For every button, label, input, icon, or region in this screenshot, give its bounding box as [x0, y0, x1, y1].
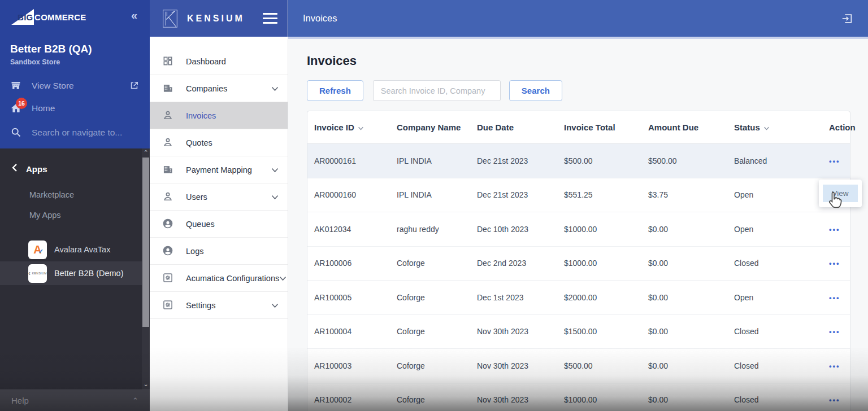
sidebar-item-quotes[interactable]: Quotes: [150, 129, 288, 156]
row-actions-button[interactable]: •••: [829, 157, 840, 165]
cell-invoice-id: AR100005: [307, 293, 390, 302]
table-row[interactable]: AR100006CoforgeDec 2nd 2023$1000.00$0.00…: [307, 247, 850, 281]
bigcommerce-logo-big: BIG: [18, 12, 33, 22]
sidebar-item-users[interactable]: Users: [150, 183, 288, 211]
sidebar-item-companies[interactable]: Companies: [150, 75, 288, 102]
row-actions-button[interactable]: •••: [829, 225, 840, 234]
cell-invoice-total: $1000.00: [557, 225, 641, 234]
table-row[interactable]: AR0000160IPL INDIADec 21st 2023$551.25$3…: [307, 178, 850, 213]
building-icon: [162, 82, 175, 95]
table-row[interactable]: AR0000161IPL INDIADec 21st 2023$500.00$5…: [307, 144, 850, 178]
cell-invoice-total: $1000.00: [557, 259, 641, 268]
building-icon: [162, 164, 175, 176]
sidebar-item-payment-mapping[interactable]: Payment Mapping: [150, 156, 288, 183]
column-header-status[interactable]: Status: [727, 123, 822, 132]
cell-invoice-id: AR0000161: [307, 156, 390, 165]
cell-amount-due: $0.00: [641, 259, 727, 268]
scrollbar-thumb[interactable]: [142, 158, 149, 327]
cell-amount-due: $0.00: [641, 361, 727, 370]
bigcommerce-logo: BIG COMMERCE: [10, 7, 106, 27]
cell-invoice-total: $1500.00: [557, 327, 641, 336]
app-item-label: Better B2B (Demo): [54, 269, 124, 278]
column-header-company-name: Company Name: [390, 123, 470, 132]
sidebar-item-marketplace[interactable]: Marketplace: [0, 185, 150, 205]
cell-amount-due: $0.00: [641, 293, 727, 302]
person-circle-icon: [162, 245, 175, 257]
cell-status: Closed: [727, 259, 822, 268]
scroll-up-icon[interactable]: ⌃: [142, 149, 150, 156]
cell-due-date: Nov 30th 2023: [470, 395, 557, 404]
chevron-down-icon: [279, 273, 287, 283]
chevron-left-icon: [11, 163, 18, 174]
table-row[interactable]: AR100002CoforgeNov 30th 2023$1000.00$0.0…: [307, 383, 850, 411]
topbar: Invoices: [288, 0, 868, 37]
invoice-search-input[interactable]: [373, 80, 501, 101]
cell-company: Coforge: [390, 259, 470, 268]
row-actions-button[interactable]: •••: [829, 259, 840, 268]
cell-company: Coforge: [390, 327, 470, 336]
cell-invoice-total: $2000.00: [557, 293, 641, 302]
cell-due-date: Dec 21st 2023: [470, 156, 557, 165]
global-search-input[interactable]: [32, 128, 128, 138]
row-actions-button[interactable]: •••: [829, 294, 840, 302]
help-bar[interactable]: Help ⌃: [0, 390, 150, 411]
person-circle-icon: [162, 218, 175, 230]
better-b2b-app-icon: ❮ KENSIUM: [28, 264, 47, 283]
search-button[interactable]: Search: [509, 80, 562, 101]
app-item-avalara[interactable]: A✓ Avalara AvaTax: [0, 238, 150, 261]
menu-item-view[interactable]: View: [823, 185, 858, 202]
apps-scrollbar[interactable]: ⌃ ⌄: [142, 148, 150, 390]
home-link[interactable]: 16 Home: [0, 97, 150, 120]
row-actions-button[interactable]: •••: [829, 327, 840, 336]
sidebar-item-logs[interactable]: Logs: [150, 238, 288, 265]
home-icon: 16: [10, 102, 23, 115]
sidebar-item-settings[interactable]: Settings: [150, 292, 288, 319]
scroll-down-icon[interactable]: ⌄: [142, 381, 150, 388]
table-row[interactable]: AK012034raghu reddyDec 10th 2023$1000.00…: [307, 212, 850, 247]
cell-status: Balanced: [727, 156, 822, 165]
cell-invoice-id: AR0000160: [307, 190, 390, 199]
app-item-better-b2b[interactable]: ❮ KENSIUM Better B2B (Demo): [0, 261, 150, 285]
page-title: Invoices: [307, 54, 850, 68]
cell-invoice-id: AR100002: [307, 395, 390, 404]
sidebar-item-my-apps[interactable]: My Apps: [0, 205, 150, 225]
column-header-due-date: Due Date: [470, 123, 557, 132]
sidebar-item-acumatica-configurations[interactable]: Acumatica Configurations: [150, 265, 288, 292]
row-actions-button[interactable]: •••: [829, 362, 840, 370]
apps-back-header[interactable]: Apps: [0, 148, 150, 174]
cell-due-date: Nov 30th 2023: [470, 327, 557, 336]
sidebar-item-invoices[interactable]: Invoices: [150, 102, 288, 129]
view-store-link[interactable]: View Store: [0, 75, 150, 97]
table-row[interactable]: AR100004CoforgeNov 30th 2023$1500.00$0.0…: [307, 315, 850, 349]
sidebar-item-queues[interactable]: Queues: [150, 211, 288, 238]
cell-status: Closed: [727, 327, 822, 336]
column-header-invoice-id[interactable]: Invoice ID: [307, 123, 390, 132]
cell-amount-due: $0.00: [641, 327, 727, 336]
bigcommerce-sidebar: BIG COMMERCE « Better B2B (QA) Sandbox S…: [0, 0, 150, 411]
cell-status: Open: [727, 190, 822, 199]
sidebar-item-dashboard[interactable]: Dashboard: [150, 48, 288, 75]
chevron-down-icon: [271, 84, 279, 94]
kensium-logo-icon: [160, 8, 180, 29]
external-link-icon[interactable]: [129, 81, 140, 91]
cell-due-date: Nov 30th 2023: [470, 361, 557, 370]
global-search[interactable]: [0, 120, 150, 145]
chevron-down-icon: [271, 165, 279, 175]
cell-invoice-id: AR100003: [307, 361, 390, 370]
hamburger-menu-icon[interactable]: [263, 10, 277, 27]
table-body: AR0000161IPL INDIADec 21st 2023$500.00$5…: [307, 144, 850, 411]
table-row[interactable]: AR100005CoforgeDec 1st 2023$2000.00$0.00…: [307, 281, 850, 315]
sort-chevron-icon: [763, 123, 770, 132]
app-item-label: Avalara AvaTax: [54, 245, 110, 254]
cell-amount-due: $3.75: [641, 190, 727, 199]
refresh-button[interactable]: Refresh: [307, 80, 363, 101]
cell-company: raghu reddy: [390, 225, 470, 234]
table-row[interactable]: AR100003CoforgeNov 30th 2023$500.00$0.00…: [307, 349, 850, 383]
sort-chevron-icon: [358, 123, 364, 132]
dashboard-icon: [162, 55, 175, 68]
row-actions-button[interactable]: •••: [829, 396, 840, 404]
collapse-sidebar-icon[interactable]: «: [131, 9, 137, 22]
cell-company: IPL INDIA: [390, 156, 470, 165]
exit-app-icon[interactable]: [841, 12, 853, 25]
cell-due-date: Dec 21st 2023: [470, 190, 557, 199]
